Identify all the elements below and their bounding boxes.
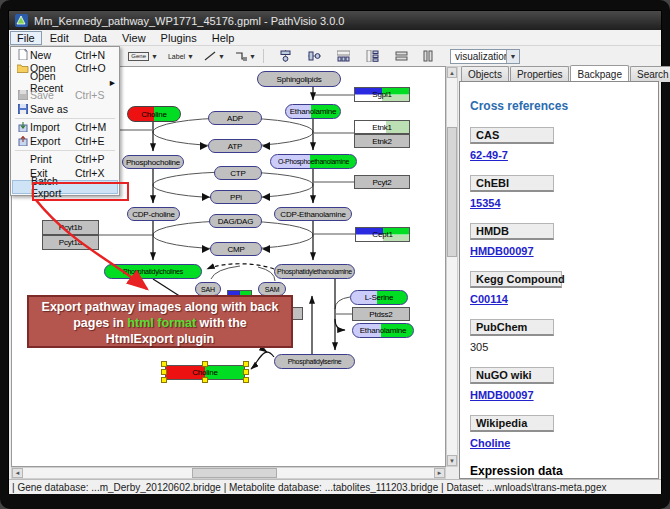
menu-item-import[interactable]: ImportCtrl+M — [12, 121, 118, 135]
line-tool-button[interactable]: ▼ — [201, 48, 228, 65]
node-ptdss2[interactable]: Ptdss2 — [352, 307, 410, 321]
backpage-panel: Cross references CAS 62-49-7 ChEBI 15354… — [459, 81, 659, 479]
common-width-button[interactable] — [392, 48, 411, 65]
xref-database-name: PubChem — [470, 319, 554, 336]
node-choline-top[interactable]: Choline — [127, 106, 181, 122]
xref-link[interactable]: 15354 — [470, 197, 501, 209]
menu-plugins[interactable]: Plugins — [154, 31, 204, 45]
node-l-serine[interactable]: L-Serine — [350, 290, 408, 305]
scroll-down-icon[interactable]: ▼ — [447, 455, 457, 466]
connector-icon — [235, 51, 247, 61]
menu-help[interactable]: Help — [205, 31, 242, 45]
node-dag[interactable]: DAG/DAG — [209, 214, 262, 228]
node-sah[interactable]: SAH — [195, 282, 221, 296]
visualization-combobox[interactable]: visualization ▼ — [450, 49, 520, 64]
xref-link[interactable]: HMDB00097 — [470, 245, 534, 257]
node-cdp-choline[interactable]: CDP-choline — [127, 207, 180, 221]
scroll-left-icon[interactable]: ◄ — [12, 468, 23, 478]
vertical-scroll-thumb[interactable] — [447, 127, 457, 257]
menu-data[interactable]: Data — [77, 31, 114, 45]
selection-handle[interactable] — [161, 369, 167, 375]
menu-item-new[interactable]: NewCtrl+N — [12, 48, 118, 62]
xref-link[interactable]: HMDB00097 — [470, 389, 534, 401]
xref-link[interactable]: 62-49-7 — [470, 149, 508, 161]
xref-section-wikipedia: Wikipedia Choline — [470, 415, 658, 449]
distribute-horizontal-button[interactable] — [334, 48, 353, 65]
xref-section-kegg: Kegg Compound C00114 — [470, 271, 658, 305]
menu-item-print[interactable]: PrintCtrl+P — [12, 153, 118, 167]
node-sam[interactable]: SAM — [258, 282, 286, 296]
selection-handle[interactable] — [161, 377, 167, 383]
node-ctp[interactable]: CTP — [214, 166, 262, 180]
xref-link[interactable]: Choline — [470, 437, 510, 449]
common-height-button[interactable] — [419, 48, 438, 65]
selection-handle[interactable] — [202, 361, 208, 367]
add-label-button[interactable]: Label▼ — [165, 48, 197, 65]
add-datanode-button[interactable]: Gene▼ — [125, 48, 161, 65]
selection-handle[interactable] — [243, 377, 249, 383]
node-phosphocholine[interactable]: Phosphocholine — [122, 155, 184, 169]
menu-separator — [15, 118, 115, 119]
node-atp[interactable]: ATP — [208, 139, 262, 153]
callout-line1: Export pathway images along with back — [29, 299, 291, 315]
node-ethanolamine-bottom[interactable]: Ethanolamine — [352, 323, 414, 338]
horizontal-scroll-thumb[interactable] — [192, 468, 277, 478]
callout-highlight: html format — [127, 316, 196, 330]
menu-item-export[interactable]: ExportCtrl+E — [12, 134, 118, 148]
align-center-x-button[interactable] — [276, 48, 295, 65]
callout-line2: pages in html format with the — [29, 315, 291, 331]
scroll-up-icon[interactable]: ▲ — [447, 67, 457, 78]
node-sphingolipids[interactable]: Sphingolipids — [257, 71, 341, 87]
tab-backpage[interactable]: Backpage — [570, 65, 628, 81]
menu-item-save-as[interactable]: Save as — [12, 102, 118, 116]
node-sgpl1[interactable]: Sgpl1 — [354, 87, 410, 102]
distribute-vertical-button[interactable] — [363, 48, 382, 65]
node-pcyt1b[interactable]: Pcyt1b — [42, 220, 99, 235]
selection-handle[interactable] — [243, 369, 249, 375]
visualization-dropdown-icon[interactable]: ▼ — [506, 50, 519, 63]
xref-database-name: ChEBI — [470, 175, 554, 192]
node-cmp[interactable]: CMP — [210, 242, 262, 256]
node-ppi[interactable]: PPi — [210, 190, 262, 204]
tab-properties[interactable]: Properties — [510, 66, 570, 82]
node-pcyt2[interactable]: Pcyt2 — [354, 175, 410, 189]
node-phosphatidylcholines[interactable]: Phosphatidylcholines — [104, 264, 202, 279]
align-center-y-button[interactable] — [305, 48, 324, 65]
selection-handle[interactable] — [202, 377, 208, 383]
menu-item-save[interactable]: SaveCtrl+S — [12, 89, 118, 103]
vertical-scrollbar[interactable]: ▲ ▼ — [446, 66, 458, 467]
node-choline-bottom-group[interactable]: Choline — [165, 365, 245, 380]
connector-tool-button[interactable]: ▼ — [232, 48, 259, 65]
node-pcyt1a[interactable]: Pcyt1a — [42, 235, 99, 250]
menu-bar: File Edit Data View Plugins Help — [9, 30, 661, 46]
node-etnk2[interactable]: Etnk2 — [354, 134, 410, 148]
status-text: | Gene database: ...m_Derby_20120602.bri… — [12, 482, 606, 493]
menu-view[interactable]: View — [115, 31, 153, 45]
side-panel: Objects Properties Backpage Search Legen… — [459, 66, 661, 479]
node-ethanolamine-top[interactable]: Ethanolamine — [285, 104, 341, 119]
tab-search[interactable]: Search — [630, 66, 670, 82]
scroll-right-icon[interactable]: ► — [434, 468, 445, 478]
menu-edit[interactable]: Edit — [43, 31, 76, 45]
node-cdp-ethanolamine[interactable]: CDP-Ethanolamine — [274, 207, 352, 221]
horizontal-scrollbar[interactable]: ◄ ► — [11, 467, 446, 479]
menu-item-open-recent[interactable]: Open Recent▸ — [12, 75, 118, 89]
tab-objects[interactable]: Objects — [461, 66, 509, 82]
xref-database-name: Kegg Compound — [470, 271, 562, 288]
menu-file[interactable]: File — [10, 31, 42, 45]
export-icon — [15, 136, 30, 146]
submenu-arrow-icon: ▸ — [75, 76, 115, 88]
selection-handle[interactable] — [161, 361, 167, 367]
node-o-phosphoethanolamine[interactable]: O-Phosphoethanolamine — [270, 154, 357, 169]
node-phosphatidylethanolamine[interactable]: Phosphatidylethanolamine — [274, 264, 355, 279]
xref-section-chebi: ChEBI 15354 — [470, 175, 658, 209]
node-adp[interactable]: ADP — [208, 111, 262, 125]
panel-tabs: Objects Properties Backpage Search Legen… — [461, 66, 670, 82]
node-etnk1[interactable]: Etnk1 — [354, 120, 410, 134]
xref-link[interactable]: C00114 — [470, 293, 508, 305]
xref-section-hmdb: HMDB HMDB00097 — [470, 223, 658, 257]
node-phosphatidylserine[interactable]: Phosphatidylserine — [274, 354, 355, 369]
selection-handle[interactable] — [243, 361, 249, 367]
node-cept1[interactable]: Cept1 — [355, 227, 410, 242]
status-bar: | Gene database: ...m_Derby_20120602.bri… — [9, 479, 661, 494]
